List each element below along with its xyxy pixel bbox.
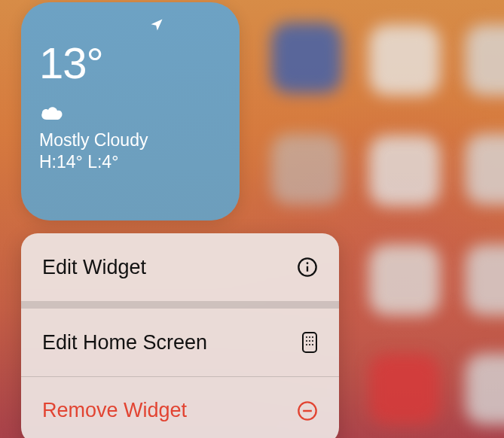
edit-home-screen-menu-item[interactable]: Edit Home Screen bbox=[21, 309, 339, 376]
svg-point-12 bbox=[312, 344, 313, 345]
menu-item-label: Remove Widget bbox=[42, 399, 187, 422]
blurred-app-icon bbox=[466, 25, 504, 96]
weather-widget[interactable]: 13° Mostly Cloudy H:14° L:4° bbox=[21, 2, 240, 221]
menu-item-label: Edit Widget bbox=[42, 256, 146, 279]
svg-rect-3 bbox=[303, 333, 316, 352]
svg-point-1 bbox=[307, 262, 309, 264]
remove-widget-menu-item[interactable]: Remove Widget bbox=[21, 376, 339, 438]
blurred-app-icon bbox=[271, 134, 342, 205]
blurred-app-icon bbox=[466, 354, 504, 424]
svg-point-5 bbox=[309, 336, 310, 338]
blurred-app-icon bbox=[466, 134, 504, 205]
blurred-app-icon bbox=[369, 135, 440, 206]
blurred-app-icon bbox=[271, 23, 342, 93]
svg-point-9 bbox=[312, 340, 313, 342]
info-icon bbox=[297, 257, 318, 278]
menu-item-label: Edit Home Screen bbox=[42, 331, 207, 354]
widget-context-menu: Edit Widget Edit Home Screen bbox=[21, 233, 339, 438]
menu-separator bbox=[21, 301, 339, 309]
temperature-label: 13° bbox=[39, 38, 221, 88]
svg-point-4 bbox=[306, 336, 307, 338]
location-arrow-icon bbox=[149, 17, 164, 35]
remove-icon bbox=[297, 400, 318, 421]
svg-point-6 bbox=[312, 336, 313, 338]
blurred-app-icon bbox=[369, 354, 440, 424]
svg-point-8 bbox=[309, 340, 310, 342]
edit-widget-menu-item[interactable]: Edit Widget bbox=[21, 233, 339, 301]
blurred-app-icon bbox=[369, 245, 440, 315]
condition-label: Mostly Cloudy bbox=[39, 130, 221, 151]
blurred-app-icon bbox=[369, 25, 440, 96]
high-low-label: H:14° L:4° bbox=[39, 152, 221, 172]
cloud-icon bbox=[39, 105, 221, 126]
homescreen-icon bbox=[301, 331, 318, 354]
svg-point-7 bbox=[306, 340, 307, 342]
svg-point-11 bbox=[309, 344, 310, 345]
blurred-app-icon bbox=[466, 245, 504, 315]
svg-point-10 bbox=[306, 344, 307, 345]
